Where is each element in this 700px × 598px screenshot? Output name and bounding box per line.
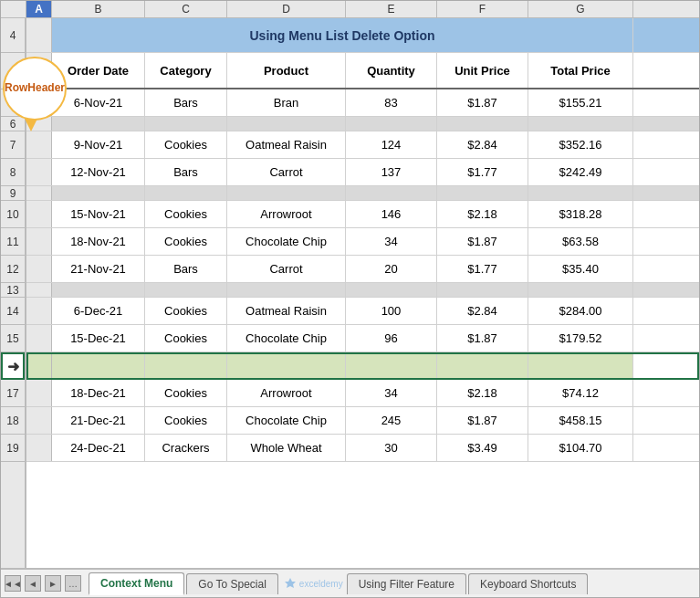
column-headers: A B C D E F G: [1, 1, 699, 18]
table-row: 6-Dec-21 Cookies Oatmeal Raisin 100 $2.8…: [26, 298, 699, 325]
tab-nav-dots[interactable]: …: [65, 575, 81, 592]
row-num-10[interactable]: 10: [1, 201, 25, 228]
tab-nav-first[interactable]: ◄◄: [5, 575, 21, 592]
table-row: 18-Dec-21 Cookies Arrowroot 34 $2.18 $74…: [26, 380, 699, 407]
row-num-19[interactable]: 19: [1, 435, 25, 462]
row-num-16[interactable]: ➜: [1, 352, 25, 380]
row-num-13[interactable]: 13: [1, 283, 25, 298]
title-col-a: [26, 18, 52, 52]
row-num-18[interactable]: 18: [1, 407, 25, 435]
spreadsheet-grid: Using Menu List Delete Option Order Date…: [26, 18, 699, 568]
table-row: 21-Nov-21 Bars Carrot 20 $1.77 $35.40: [26, 256, 699, 283]
tab-nav-next[interactable]: ►: [45, 575, 61, 592]
header-unit-price: Unit Price: [437, 53, 528, 88]
table-row: 12-Nov-21 Bars Carrot 137 $1.77 $242.49: [26, 159, 699, 186]
title-row: Using Menu List Delete Option: [26, 18, 699, 53]
table-row: 6-Nov-21 Bars Bran 83 $1.87 $155.21: [26, 89, 699, 117]
table-row: 21-Dec-21 Cookies Chocolate Chip 245 $1.…: [26, 407, 699, 435]
empty-row-13: [26, 283, 699, 298]
col-header-d[interactable]: D: [227, 1, 346, 17]
table-row: 15-Dec-21 Cookies Chocolate Chip 96 $1.8…: [26, 325, 699, 352]
row-header-callout: Row Header: [3, 57, 67, 121]
row-num-9[interactable]: 9: [1, 186, 25, 201]
tab-context-menu[interactable]: Context Menu: [89, 572, 184, 595]
tab-nav-prev[interactable]: ◄: [25, 575, 41, 592]
header-quantity: Quantity: [346, 53, 437, 88]
col-header-g[interactable]: G: [528, 1, 633, 17]
row-num-11[interactable]: 11: [1, 228, 25, 256]
col-header-b[interactable]: B: [52, 1, 145, 17]
table-row: 9-Nov-21 Cookies Oatmeal Raisin 124 $2.8…: [26, 131, 699, 159]
row-num-7[interactable]: 7: [1, 131, 25, 159]
empty-row-6: [26, 117, 699, 131]
col-header-c[interactable]: C: [145, 1, 227, 17]
svg-marker-0: [285, 578, 296, 588]
active-row-16[interactable]: [26, 352, 699, 380]
watermark-text: exceldemy: [299, 579, 343, 589]
table-row: 24-Dec-21 Crackers Whole Wheat 30 $3.49 …: [26, 435, 699, 462]
empty-row-9: [26, 186, 699, 201]
row-num-15[interactable]: 15: [1, 325, 25, 352]
tab-filter-feature[interactable]: Using Filter Feature: [347, 573, 466, 594]
column-headers-row: Order Date Category Product Quantity Uni…: [26, 53, 699, 89]
row-num-17[interactable]: 17: [1, 380, 25, 407]
row-num-6[interactable]: 6: [1, 117, 25, 131]
corner-cell: [1, 1, 26, 17]
header-category: Category: [145, 53, 227, 88]
spreadsheet-title: Using Menu List Delete Option: [52, 18, 633, 52]
header-total-price: Total Price: [528, 53, 633, 88]
row-num-12[interactable]: 12: [1, 256, 25, 283]
row-num-8[interactable]: 8: [1, 159, 25, 186]
col-header-f[interactable]: F: [437, 1, 528, 17]
tab-keyboard-shortcuts[interactable]: Keyboard Shortcuts: [468, 573, 588, 594]
tab-go-to-special[interactable]: Go To Special: [186, 573, 278, 594]
tab-navigation: ◄◄ ◄ ► …: [5, 575, 81, 592]
excel-window: A B C D E F G Row Header 4 5 6 7 8 9 10 …: [0, 0, 700, 598]
col-header-e[interactable]: E: [346, 1, 437, 17]
header-product: Product: [227, 53, 346, 88]
col-header-a[interactable]: A: [26, 1, 52, 17]
sheet-tabs-bar: ◄◄ ◄ ► … Context Menu Go To Special exce…: [1, 568, 699, 597]
table-row: 18-Nov-21 Cookies Chocolate Chip 34 $1.8…: [26, 228, 699, 256]
watermark-icon: [284, 577, 297, 590]
row-num-4[interactable]: 4: [1, 18, 25, 53]
table-row: 15-Nov-21 Cookies Arrowroot 146 $2.18 $3…: [26, 201, 699, 228]
watermark: exceldemy: [284, 577, 343, 590]
row-num-14[interactable]: 14: [1, 298, 25, 325]
